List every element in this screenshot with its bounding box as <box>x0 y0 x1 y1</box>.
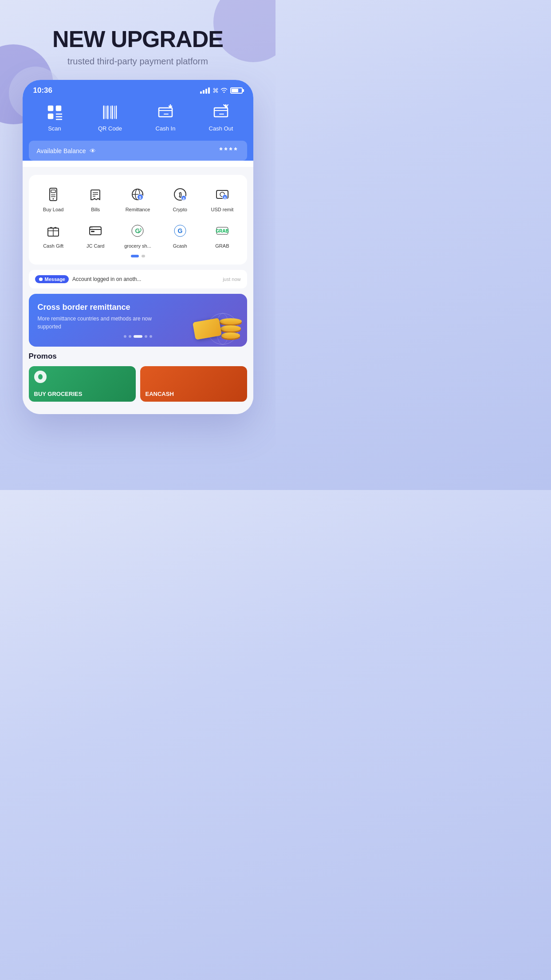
svg-text:$: $ <box>182 197 185 201</box>
promo-card-1[interactable]: BUY GROCERIES <box>29 366 136 402</box>
status-time: 10:36 <box>33 86 52 95</box>
svg-rect-56 <box>91 231 94 232</box>
service-row-2: Cash Gift JC JC Card <box>32 218 244 251</box>
dot-2 <box>142 255 145 257</box>
service-grid: Buy Load Bills <box>29 175 247 265</box>
svg-rect-3 <box>49 107 52 110</box>
message-bar[interactable]: Message Account logged in on anoth... ju… <box>29 270 247 288</box>
battery-icon <box>230 87 243 94</box>
promos-section: Promos BUY GROCERIES EA <box>29 352 247 406</box>
grocery-icon: G <box>128 221 147 241</box>
coins-decoration <box>220 318 242 339</box>
phone-header: 10:36 ⌘ <box>23 80 253 161</box>
promo-1-logo <box>34 371 47 383</box>
message-text: Account logged in on anoth... <box>72 276 219 282</box>
service-crypto[interactable]: ₿ $ Crypto <box>159 182 201 215</box>
service-cashgift[interactable]: Cash Gift <box>32 218 75 251</box>
service-buyload[interactable]: Buy Load <box>32 182 75 215</box>
service-grab[interactable]: GRAB GRAB <box>201 218 243 251</box>
service-bills[interactable]: Bills <box>75 182 117 215</box>
cashout-label: Cash Out <box>209 125 233 132</box>
hero-subtitle: trusted third-party payment platform <box>0 56 276 67</box>
grab-icon: GRAB <box>213 221 232 241</box>
hero-section: NEW UPGRADE trusted third-party payment … <box>0 0 276 80</box>
svg-text:$: $ <box>139 195 142 200</box>
bills-icon <box>86 185 105 204</box>
scan-icon <box>44 102 65 122</box>
bills-label: Bills <box>91 207 100 212</box>
balance-bar: Available Balance 👁 **** <box>29 141 247 161</box>
phone-body: Buy Load Bills <box>23 167 253 414</box>
svg-rect-4 <box>49 115 52 118</box>
barcode-icon <box>100 102 120 122</box>
banner-dot-3 <box>134 335 142 338</box>
promo-card-2[interactable]: EANCASH <box>140 366 247 402</box>
service-gcash[interactable]: G Gcash <box>159 218 201 251</box>
grab-label: GRAB <box>215 243 229 249</box>
banner-dot-1 <box>124 335 126 338</box>
scan-action[interactable]: Scan <box>27 102 83 132</box>
svg-text:$: $ <box>224 196 226 200</box>
crypto-icon: ₿ $ <box>170 185 190 204</box>
balance-eye-icon[interactable]: 👁 <box>90 147 96 154</box>
svg-rect-22 <box>214 108 228 117</box>
promo-card-1-content <box>29 366 136 390</box>
svg-text:GRAB: GRAB <box>216 229 228 233</box>
qrcode-label: QR Code <box>98 125 122 132</box>
banner-dot-5 <box>150 335 152 338</box>
message-badge: Message <box>35 275 69 283</box>
cashin-icon <box>155 102 176 122</box>
wifi-icon: ⌘ <box>213 87 228 94</box>
message-time: just now <box>223 277 240 282</box>
cashout-action[interactable]: Cash Out <box>193 102 249 132</box>
dot-1 <box>131 255 139 257</box>
banner-dot-4 <box>145 335 147 338</box>
phone-mockup-wrapper: 10:36 ⌘ <box>0 80 276 414</box>
cashin-label: Cash In <box>156 125 176 132</box>
service-grocery[interactable]: G grocery sh... <box>117 218 159 251</box>
promos-title: Promos <box>29 352 247 361</box>
cashout-icon <box>211 102 231 122</box>
phone-mockup: 10:36 ⌘ <box>23 80 253 414</box>
balance-hidden-value: **** <box>219 146 239 155</box>
gcash-icon: G <box>170 221 190 241</box>
banner-dot-2 <box>129 335 131 338</box>
service-remittance[interactable]: $ Remittance <box>117 182 159 215</box>
svg-rect-28 <box>51 190 55 193</box>
service-jccard[interactable]: JC JC Card <box>75 218 117 251</box>
status-icons: ⌘ <box>200 87 243 94</box>
usdremit-label: USD remit <box>211 207 234 212</box>
crypto-label: Crypto <box>173 207 187 212</box>
promo-card-1-text: BUY GROCERIES <box>34 391 83 398</box>
scan-label: Scan <box>48 125 61 132</box>
banner-title: Cross border remittance <box>38 303 238 312</box>
remittance-icon: $ <box>128 185 147 204</box>
svg-point-31 <box>53 198 54 200</box>
jccard-label: JC Card <box>87 243 104 249</box>
balance-label: Available Balance 👁 <box>37 147 96 154</box>
promo-banner[interactable]: Cross border remittance More remittance … <box>29 294 247 347</box>
quick-actions-grid: Scan QR Code <box>23 99 253 141</box>
remittance-label: Remittance <box>126 207 150 212</box>
usdremit-icon: $ <box>213 185 232 204</box>
grocery-label: grocery sh... <box>124 243 151 249</box>
shield-icon <box>39 277 43 281</box>
hero-title: NEW UPGRADE <box>0 27 276 52</box>
svg-text:G: G <box>135 227 140 234</box>
promo-card-2-text: EANCASH <box>146 391 174 398</box>
signal-icon <box>200 87 210 94</box>
service-usdremit[interactable]: $ USD remit <box>201 182 243 215</box>
cashin-action[interactable]: Cash In <box>138 102 193 132</box>
cashgift-label: Cash Gift <box>43 243 63 249</box>
cashgift-icon <box>43 221 63 241</box>
svg-rect-16 <box>159 108 172 117</box>
svg-rect-5 <box>57 107 60 110</box>
svg-text:JC: JC <box>90 226 93 229</box>
buyload-label: Buy Load <box>43 207 63 212</box>
gcash-label: Gcash <box>173 243 187 249</box>
page-indicator <box>32 255 244 257</box>
qrcode-action[interactable]: QR Code <box>83 102 138 132</box>
banner-description: More remittance countries and methods ar… <box>38 315 158 331</box>
leaf-icon <box>37 373 44 380</box>
svg-text:G: G <box>177 227 182 234</box>
